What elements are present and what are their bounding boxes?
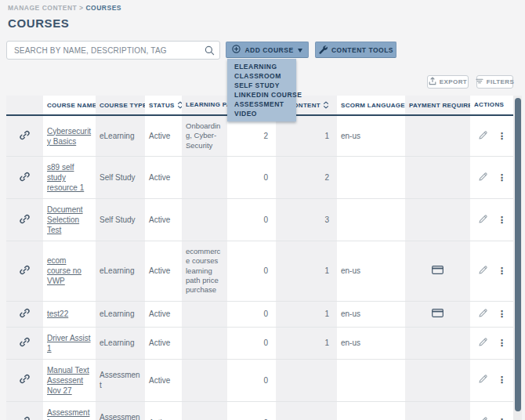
- column-payment-required[interactable]: PAYMENT REQUIRED: [405, 96, 470, 115]
- export-label: EXPORT: [440, 78, 467, 85]
- course-type-cell: Assessment: [96, 359, 145, 401]
- row-link-cell: [6, 115, 43, 157]
- column-scorm-languages[interactable]: SCORM LANGUAGES: [337, 96, 405, 115]
- add-course-button[interactable]: ADD COURSE: [226, 42, 309, 58]
- link-icon[interactable]: [19, 218, 31, 226]
- kebab-menu-icon[interactable]: ⋮: [498, 310, 507, 318]
- column-learning-paths[interactable]: LEARNING PATHS: [182, 96, 227, 115]
- column-course-name[interactable]: COURSE NAME: [43, 96, 96, 115]
- menu-item-classroom[interactable]: CLASSROOM: [227, 71, 296, 81]
- row-link-cell: [6, 241, 43, 302]
- status-cell: Active: [145, 401, 182, 420]
- table-row: Assessment from DocumentAssessmentActive…: [6, 401, 514, 420]
- page-title: COURSES: [8, 16, 69, 30]
- kebab-menu-icon[interactable]: ⋮: [498, 267, 507, 275]
- course-name-link[interactable]: Document Selection Test: [47, 205, 83, 234]
- course-name-link[interactable]: Cybersecurity Basics: [47, 127, 91, 146]
- edit-pencil-icon[interactable]: [478, 374, 488, 386]
- payment-required-cell: [405, 401, 470, 420]
- search-input[interactable]: [6, 41, 220, 60]
- credit-card-icon: [432, 267, 444, 276]
- course-name-link[interactable]: s89 self study resource 1: [47, 163, 84, 192]
- content-tools-label: CONTENT TOOLS: [331, 46, 393, 54]
- payment-required-cell: [405, 301, 470, 327]
- kebab-menu-icon[interactable]: ⋮: [498, 216, 507, 224]
- edit-pencil-icon[interactable]: [478, 172, 488, 184]
- link-icon[interactable]: [19, 378, 31, 386]
- breadcrumb-courses: COURSES: [85, 4, 121, 12]
- hidden-count-cell: 0: [227, 301, 276, 327]
- kebab-menu-icon[interactable]: ⋮: [498, 376, 507, 384]
- hidden-count-cell: 0: [227, 241, 276, 302]
- payment-required-cell: [405, 359, 470, 401]
- actions-cell: ⋮: [470, 199, 514, 241]
- course-name-link[interactable]: Manual Text Assessent Nov 27: [47, 366, 89, 395]
- export-button[interactable]: EXPORT: [427, 75, 469, 89]
- course-name-cell: ecom course no VWP: [43, 241, 96, 302]
- course-name-link[interactable]: test22: [47, 310, 68, 318]
- kebab-menu-icon[interactable]: ⋮: [498, 174, 507, 182]
- actions-cell: ⋮: [470, 359, 514, 401]
- table-row: Manual Text Assessent Nov 27AssessmentAc…: [6, 359, 514, 401]
- filters-label: FILTERS: [487, 78, 515, 85]
- edit-pencil-icon[interactable]: [478, 214, 488, 226]
- actions-cell: ⋮: [470, 115, 514, 157]
- link-icon[interactable]: [19, 269, 31, 277]
- scrollbar-thumb[interactable]: [515, 98, 521, 411]
- column-course-type[interactable]: COURSE TYPE: [96, 96, 145, 115]
- add-course-label: ADD COURSE: [244, 46, 293, 54]
- course-type-cell: Self Study: [96, 157, 145, 199]
- course-name-link[interactable]: ecom course no VWP: [47, 256, 81, 285]
- edit-pencil-icon[interactable]: [478, 308, 488, 320]
- column-link: [6, 96, 43, 115]
- link-icon[interactable]: [19, 134, 31, 143]
- hidden-count-cell: 0: [227, 359, 276, 401]
- table-row: s89 self study resource 1Self StudyActiv…: [6, 157, 514, 199]
- edit-pencil-icon[interactable]: [478, 265, 488, 277]
- status-cell: Active: [145, 157, 182, 199]
- column-status[interactable]: STATUS: [145, 96, 182, 115]
- learning-paths-cell: [182, 157, 227, 199]
- breadcrumb-manage-content[interactable]: MANAGE CONTENT: [8, 4, 77, 12]
- edit-pencil-icon[interactable]: [478, 130, 488, 143]
- content-count-cell: 3: [276, 199, 337, 241]
- course-name-link[interactable]: Driver Assist 1: [47, 334, 91, 353]
- row-link-cell: [6, 157, 43, 199]
- menu-item-assessment[interactable]: ASSESSMENT: [227, 100, 296, 109]
- link-icon[interactable]: [19, 341, 31, 349]
- row-link-cell: [6, 327, 43, 359]
- search-icon: [205, 45, 215, 59]
- actions-cell: ⋮: [470, 241, 514, 302]
- row-link-cell: [6, 199, 43, 241]
- plus-circle-icon: [232, 45, 241, 55]
- filter-lines-icon: [476, 78, 483, 86]
- upload-icon: [429, 77, 436, 87]
- link-icon[interactable]: [19, 176, 31, 184]
- edit-pencil-icon[interactable]: [478, 337, 488, 349]
- course-name-cell: s89 self study resource 1: [43, 157, 96, 199]
- course-name-link[interactable]: Assessment from Document: [47, 408, 89, 420]
- table-row: ecom course no VWPeLearningActiveecommer…: [6, 241, 514, 302]
- kebab-menu-icon[interactable]: ⋮: [498, 339, 507, 347]
- menu-item-elearning[interactable]: ELEARNING: [227, 62, 296, 71]
- status-cell: Active: [145, 199, 182, 241]
- credit-card-icon: [432, 310, 444, 319]
- menu-item-linkedin-course[interactable]: LINKEDIN COURSE: [227, 90, 296, 100]
- link-icon[interactable]: [19, 312, 31, 320]
- kebab-menu-icon[interactable]: ⋮: [498, 132, 507, 140]
- scorm-languages-cell: [337, 157, 405, 199]
- vertical-scrollbar[interactable]: [513, 96, 522, 420]
- row-link-cell: [6, 359, 43, 401]
- payment-required-cell: [405, 327, 470, 359]
- menu-item-self-study[interactable]: SELF STUDY: [227, 81, 296, 90]
- courses-page: MANAGE CONTENT > COURSES COURSES ADD COU…: [0, 0, 525, 420]
- scorm-languages-cell: [337, 199, 405, 241]
- status-cell: Active: [145, 359, 182, 401]
- content-tools-button[interactable]: CONTENT TOOLS: [315, 42, 396, 58]
- filters-button[interactable]: FILTERS: [476, 75, 513, 89]
- caret-down-icon: [298, 49, 302, 55]
- menu-item-video[interactable]: VIDEO: [227, 109, 296, 118]
- edit-pencil-icon[interactable]: [478, 416, 488, 420]
- course-name-cell: Manual Text Assessent Nov 27: [43, 359, 96, 401]
- course-name-cell: test22: [43, 301, 96, 327]
